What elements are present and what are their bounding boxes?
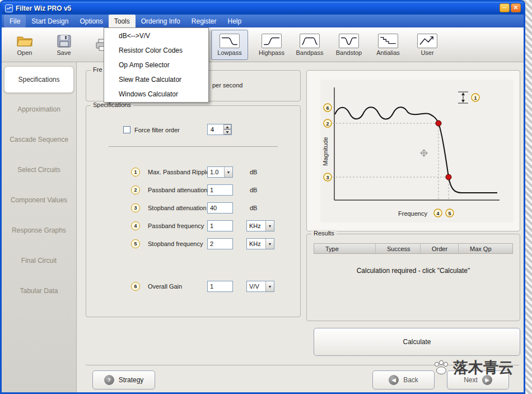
sidebar-item-specifications[interactable]: Specifications [4, 66, 74, 93]
svg-text:1: 1 [474, 95, 477, 101]
filter-bandstop-button[interactable]: Bandstop [332, 30, 366, 60]
ripple-select[interactable]: 1.0 ▼ [207, 166, 233, 178]
divider [109, 146, 278, 147]
close-button[interactable]: ✕ [511, 3, 521, 12]
sidebar: Specifications Approximation Cascade Seq… [2, 62, 77, 392]
menu-item-resistor-color-codes[interactable]: Resistor Color Codes [104, 43, 208, 58]
overall-gain-unit-select[interactable]: V/V ▼ [246, 281, 274, 292]
filter-highpass-button[interactable]: Highpass [255, 30, 288, 60]
sidebar-item-tabular-data[interactable]: Tabular Data [2, 276, 76, 306]
frequency-units-option-text: per second [212, 82, 242, 89]
row5-label: Stopband frequency [148, 240, 203, 247]
save-button[interactable]: Save [48, 30, 80, 60]
menu-ordering-info[interactable]: Ordering Info [136, 15, 186, 27]
open-label: Open [17, 49, 32, 56]
back-button[interactable]: ◀ Back [372, 370, 435, 390]
menu-bar: File Start Design Options Tools Ordering… [2, 15, 524, 27]
filter-bandpass-button[interactable]: Bandpass [293, 30, 326, 60]
marker-2-badge: 2 [131, 186, 140, 194]
menu-item-windows-calculator[interactable]: Windows Calculator [104, 87, 208, 101]
menu-start-design[interactable]: Start Design [26, 15, 74, 27]
passband-unit-value: KHz [247, 221, 265, 231]
back-label: Back [403, 376, 418, 384]
menu-item-op-amp-selector[interactable]: Op Amp Selector [104, 58, 208, 72]
chevron-down-icon: ▼ [265, 239, 274, 249]
menu-options[interactable]: Options [74, 15, 108, 27]
strategy-button[interactable]: ? Strategy [92, 370, 155, 390]
stopband-frequency-unit-select[interactable]: KHz ▼ [246, 238, 274, 249]
open-button[interactable]: Open [8, 30, 41, 60]
response-diagram: Magnitude Frequency [320, 80, 514, 223]
sidebar-item-approximation[interactable]: Approximation [2, 94, 76, 124]
row1-label: Max. Passband Ripple [148, 169, 209, 175]
stopband-attenuation-input[interactable] [207, 202, 233, 214]
chevron-down-icon: ▼ [224, 167, 232, 177]
response-diagram-panel: Magnitude Frequency [306, 70, 520, 231]
filter-order-spinner[interactable]: 4 [207, 124, 232, 135]
x-axis-label: Frequency [398, 210, 427, 217]
row3-label: Stopband attenuation [148, 205, 207, 211]
menu-help[interactable]: Help [222, 15, 247, 27]
user-filter-icon [417, 34, 437, 48]
passband-frequency-unit-select[interactable]: KHz ▼ [246, 220, 274, 231]
sidebar-item-select-circuits[interactable]: Select Circuits [2, 155, 76, 185]
spinner-up-button[interactable] [223, 124, 231, 129]
filter-order-value: 4 [208, 124, 223, 135]
menu-item-db-vv[interactable]: dB<-->V/V [104, 29, 208, 43]
graph-marker-1: 1 [472, 94, 479, 101]
results-col-type: Type [314, 244, 376, 253]
filter-lowpass-button[interactable]: Lowpass [211, 30, 248, 60]
marker-4-badge: 4 [131, 221, 140, 230]
menu-tools[interactable]: Tools [109, 15, 136, 27]
ripple-value: 1.0 [208, 167, 224, 177]
y-axis-label: Magnitude [322, 137, 329, 165]
sidebar-item-component-values[interactable]: Component Values [2, 185, 76, 215]
chevron-down-icon: ▼ [265, 221, 274, 231]
svg-text:2: 2 [326, 121, 329, 127]
save-label: Save [57, 49, 71, 56]
marker-5-badge: 5 [131, 239, 140, 248]
results-col-order: Order [421, 244, 459, 253]
results-table-header: Type Success Order Max Qp [314, 243, 513, 254]
svg-text:6: 6 [326, 105, 329, 111]
bandstop-icon [339, 34, 359, 48]
minimize-button[interactable]: ─ [500, 3, 510, 12]
stopband-frequency-input[interactable] [207, 238, 233, 249]
marker-1-badge: 1 [131, 168, 140, 177]
toolbar: Open Save Lowpass [2, 27, 524, 62]
menu-register[interactable]: Register [186, 15, 222, 27]
save-floppy-icon [55, 34, 72, 48]
back-arrow-icon: ◀ [389, 375, 399, 385]
graph-marker-4: 4 [434, 209, 442, 217]
force-filter-order-checkbox[interactable] [123, 126, 130, 133]
graph-marker-2: 2 [324, 119, 332, 127]
row3-unit: dB [250, 205, 257, 211]
frequency-units-label: Fre [91, 66, 105, 73]
marker-6-badge: 6 [131, 282, 140, 291]
menu-item-slew-rate-calculator[interactable]: Slew Rate Calculator [104, 72, 208, 87]
filter-user-button[interactable]: User [412, 30, 443, 60]
results-message: Calculation required - click "Calculate" [307, 267, 520, 275]
help-question-icon: ? [104, 375, 114, 385]
passband-frequency-input[interactable] [207, 220, 233, 231]
results-groupbox: Results Type Success Order Max Qp Calcul… [306, 234, 520, 321]
filter-antialias-button[interactable]: Antialias [370, 30, 406, 60]
svg-text:5: 5 [448, 211, 451, 216]
sidebar-item-final-circuit[interactable]: Final Circuit [2, 245, 76, 276]
bandpass-icon [300, 34, 320, 48]
graph-marker-6: 6 [324, 104, 332, 112]
sidebar-item-cascade-sequence[interactable]: Cascade Sequence [2, 124, 76, 155]
menu-file[interactable]: File [4, 15, 26, 27]
main-content: Fre per second Specifications Force filt… [77, 62, 524, 392]
gain-unit-value: V/V [247, 281, 265, 291]
row4-label: Passband frequency [148, 223, 204, 229]
spinner-down-button[interactable] [223, 129, 231, 135]
graph-marker-5: 5 [446, 209, 454, 217]
calculate-button[interactable]: Calculate [314, 328, 520, 356]
overall-gain-input[interactable] [207, 281, 233, 292]
row2-unit: dB [250, 187, 257, 193]
sidebar-item-response-graphs[interactable]: Response Graphs [2, 215, 76, 245]
passband-attenuation-input[interactable] [207, 184, 233, 196]
paw-logo-icon [432, 359, 450, 376]
specifications-groupbox: Specifications Force filter order 4 1 Ma… [86, 105, 301, 317]
